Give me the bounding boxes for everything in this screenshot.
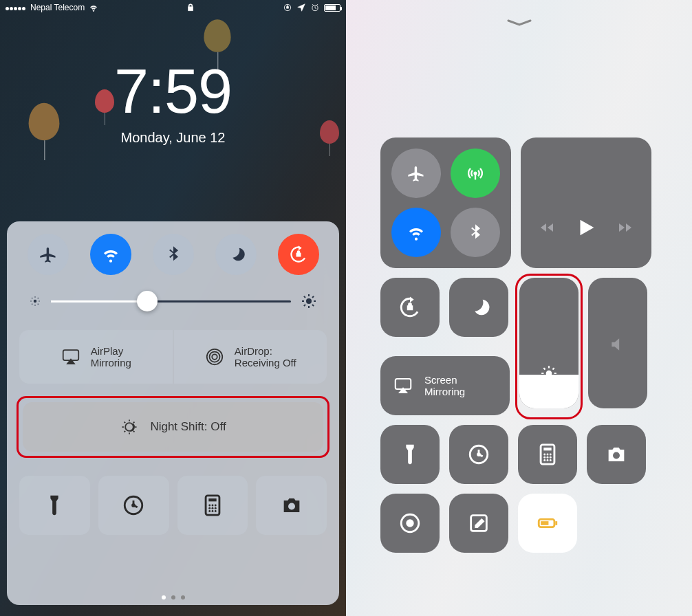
- wifi-toggle-ios11[interactable]: [391, 208, 441, 257]
- svg-point-33: [550, 454, 552, 456]
- status-bar: Nepal Telecom: [0, 0, 346, 15]
- svg-point-38: [547, 459, 549, 461]
- prev-track-button[interactable]: [539, 219, 555, 239]
- volume-icon: [609, 336, 627, 353]
- notes-tile[interactable]: [449, 494, 508, 553]
- brightness-slider-ios11[interactable]: [519, 278, 579, 408]
- svg-point-3: [306, 298, 312, 304]
- night-shift-icon: [120, 417, 139, 437]
- control-center-ios11[interactable]: Screen Mirroring: [380, 138, 658, 588]
- svg-point-36: [550, 456, 552, 459]
- flashlight-icon: [398, 443, 422, 466]
- cellular-toggle[interactable]: [451, 148, 500, 198]
- camera-icon: [280, 494, 303, 517]
- svg-point-21: [215, 510, 217, 512]
- notes-icon: [467, 512, 490, 535]
- svg-point-26: [546, 371, 552, 377]
- calculator-tile[interactable]: [518, 425, 577, 484]
- camera-icon: [605, 443, 628, 466]
- airdrop-label: AirDrop: Receiving Off: [235, 345, 296, 369]
- svg-point-40: [613, 452, 620, 459]
- camera-tile[interactable]: [587, 425, 646, 484]
- brightness-low-icon: [29, 295, 41, 307]
- ios10-screenshot: Nepal Telecom 7:59 Monday, June 12: [0, 0, 346, 616]
- camera-button[interactable]: [256, 476, 327, 535]
- airplay-label: AirPlay Mirroring: [91, 345, 131, 369]
- lock-time: 7:59: [0, 56, 346, 127]
- wifi-icon: [89, 3, 98, 12]
- svg-point-35: [547, 456, 549, 459]
- bluetooth-toggle[interactable]: [153, 234, 194, 275]
- svg-point-17: [211, 507, 213, 509]
- slider-fill: [51, 300, 147, 302]
- battery-icon: [324, 4, 340, 12]
- svg-point-16: [208, 507, 210, 509]
- shortcut-row: [17, 476, 329, 535]
- lock-clock: 7:59 Monday, June 12: [0, 56, 346, 146]
- screen-record-tile[interactable]: [380, 494, 440, 553]
- brightness-icon: [540, 364, 558, 382]
- airplay-icon: [61, 346, 81, 367]
- timer-tile[interactable]: [449, 425, 508, 484]
- control-center-ios10[interactable]: AirPlay Mirroring AirDrop: Receiving Off…: [7, 221, 339, 605]
- wifi-toggle[interactable]: [90, 234, 131, 275]
- slider-thumb[interactable]: [137, 291, 158, 311]
- alarm-icon: [310, 3, 320, 12]
- connectivity-card[interactable]: [380, 138, 511, 268]
- page-dots: [7, 590, 339, 602]
- bluetooth-toggle-ios11[interactable]: [451, 208, 500, 257]
- signal-dots-icon: [6, 3, 26, 12]
- svg-point-2: [34, 300, 37, 303]
- grabber-icon[interactable]: [506, 18, 533, 30]
- svg-point-10: [131, 503, 136, 507]
- svg-point-34: [543, 456, 545, 459]
- mirror-icon: [393, 375, 413, 396]
- screen-mirroring-tile[interactable]: Screen Mirroring: [380, 356, 510, 415]
- svg-rect-46: [555, 521, 557, 525]
- airplay-mirroring-button[interactable]: AirPlay Mirroring: [19, 330, 173, 384]
- svg-point-28: [477, 452, 481, 456]
- airplane-toggle[interactable]: [28, 234, 69, 275]
- lock-date: Monday, June 12: [0, 130, 346, 146]
- flashlight-button[interactable]: [19, 476, 90, 535]
- media-card[interactable]: [521, 138, 651, 268]
- timer-icon: [467, 443, 490, 466]
- svg-point-39: [550, 459, 552, 461]
- svg-point-15: [215, 505, 217, 507]
- rotation-lock-tile[interactable]: [380, 278, 440, 337]
- balloon-deco: [204, 19, 230, 52]
- svg-point-20: [211, 510, 213, 512]
- brightness-slider[interactable]: [29, 293, 317, 309]
- rotation-lock-toggle[interactable]: [278, 234, 319, 275]
- dnd-toggle[interactable]: [215, 234, 257, 275]
- svg-point-13: [208, 505, 210, 507]
- svg-point-18: [215, 507, 217, 509]
- svg-rect-45: [541, 521, 548, 525]
- low-power-tile[interactable]: [518, 494, 577, 553]
- rotation-lock-status-icon: [283, 3, 292, 12]
- svg-point-31: [543, 454, 545, 456]
- svg-point-6: [209, 352, 219, 362]
- svg-point-5: [212, 354, 217, 360]
- svg-point-42: [406, 519, 413, 527]
- ios11-screenshot: Screen Mirroring: [346, 0, 692, 616]
- highlight-ios10: Night Shift: Off: [17, 396, 329, 458]
- battery-low-power-icon: [536, 512, 559, 535]
- airplane-toggle-ios11[interactable]: [391, 148, 441, 198]
- svg-rect-24: [475, 173, 476, 179]
- calculator-button[interactable]: [177, 476, 248, 535]
- slider-track[interactable]: [51, 300, 291, 302]
- volume-slider-ios11[interactable]: [588, 278, 647, 408]
- dnd-tile[interactable]: [449, 278, 508, 337]
- svg-point-37: [543, 459, 545, 461]
- timer-button[interactable]: [98, 476, 169, 535]
- flashlight-icon: [43, 494, 66, 517]
- next-track-button[interactable]: [617, 219, 634, 239]
- calculator-icon: [536, 443, 559, 466]
- night-shift-button[interactable]: Night Shift: Off: [23, 402, 323, 452]
- night-shift-label: Night Shift: Off: [150, 420, 226, 434]
- svg-point-32: [547, 454, 549, 456]
- airdrop-button[interactable]: AirDrop: Receiving Off: [174, 330, 327, 384]
- play-button[interactable]: [574, 216, 598, 242]
- flashlight-tile[interactable]: [380, 425, 440, 484]
